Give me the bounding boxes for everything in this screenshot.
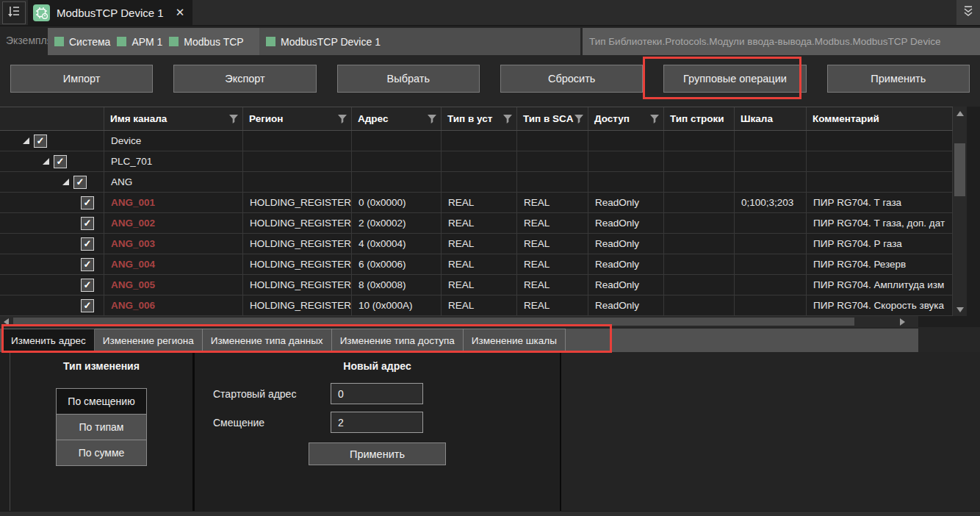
- app-window: ModbusTCP Device 1 ✕ Экземпляр Система А…: [0, 0, 980, 516]
- row-checkbox[interactable]: ✓: [54, 155, 67, 168]
- scroll-right-button[interactable]: [895, 316, 909, 327]
- tab-change-region[interactable]: Изменение региона: [95, 329, 203, 352]
- column-header-comment[interactable]: Комментарий: [807, 107, 953, 130]
- start-address-label: Стартовый адрес: [213, 388, 296, 400]
- row-checkbox[interactable]: ✓: [81, 258, 94, 271]
- node-square-icon: [54, 37, 64, 46]
- tab-list-button[interactable]: [956, 0, 980, 25]
- option-by-sum[interactable]: По сумме: [56, 440, 147, 466]
- apply-address-button[interactable]: Применить: [309, 442, 446, 465]
- horizontal-scroll-thumb[interactable]: [13, 318, 854, 326]
- chevron-double-down-icon: [962, 4, 974, 21]
- node-square-icon: [169, 37, 179, 46]
- breadcrumb-item-device[interactable]: ModbusTCP Device 1: [266, 36, 381, 48]
- column-header-address[interactable]: Адрес: [352, 107, 442, 130]
- arrow-left-icon: [4, 318, 9, 326]
- type-path-segment: Тип Библиотеки.Protocols.Модули ввода-вы…: [583, 28, 980, 55]
- filter-icon[interactable]: [428, 115, 436, 126]
- toolbar: Импорт Экспорт Выбрать Сбросить Групповы…: [0, 65, 980, 93]
- table-row[interactable]: ✓ ANG_002 HOLDING_REGISTERS 2 (0x0002) R…: [0, 213, 953, 234]
- panel-border: [10, 352, 10, 511]
- option-by-offset[interactable]: По смещению: [56, 388, 147, 415]
- expander-icon[interactable]: [43, 158, 49, 165]
- option-by-types[interactable]: По типам: [56, 414, 147, 440]
- table-row[interactable]: ✓ ANG_001 HOLDING_REGISTERS 0 (0x0000) R…: [0, 193, 953, 213]
- tree-row-ang[interactable]: ✓ ANG: [0, 172, 953, 193]
- filter-icon[interactable]: [503, 115, 512, 126]
- row-checkbox[interactable]: ✓: [73, 176, 87, 189]
- group-operations-panel: Тип изменения По смещению По типам По су…: [0, 352, 980, 511]
- row-checkbox[interactable]: ✓: [81, 196, 94, 209]
- column-header-access[interactable]: Доступ: [588, 107, 664, 130]
- row-checkbox[interactable]: ✓: [34, 135, 47, 148]
- tree-row-plc701[interactable]: ✓ PLC_701: [0, 151, 953, 172]
- panel-empty-area: [561, 352, 980, 511]
- expander-icon[interactable]: [62, 179, 69, 185]
- node-square-icon: [117, 37, 126, 46]
- filter-icon[interactable]: [338, 115, 347, 126]
- breadcrumb-item-system[interactable]: Система: [54, 36, 110, 48]
- vertical-scroll-thumb[interactable]: [954, 143, 965, 196]
- change-type-title: Тип изменения: [10, 360, 193, 372]
- column-header-region[interactable]: Регион: [243, 107, 352, 130]
- horizontal-scrollbar[interactable]: [0, 316, 918, 327]
- tree-row-device[interactable]: ✓ Device: [0, 131, 953, 151]
- row-checkbox[interactable]: ✓: [81, 237, 94, 251]
- table-header: Имя канала Регион Адрес Тип в уст Тип в …: [0, 107, 953, 131]
- column-header-tree[interactable]: [0, 107, 104, 130]
- document-tab[interactable]: ModbusTCP Device 1 ✕: [28, 0, 192, 25]
- tab-change-access-type[interactable]: Изменение типа доступа: [332, 329, 464, 352]
- dock-panel-button[interactable]: [2, 1, 26, 24]
- panel-divider: [560, 352, 561, 511]
- breadcrumb-item-modbustcp[interactable]: Modbus TCP: [169, 36, 243, 48]
- row-checkbox[interactable]: ✓: [81, 299, 94, 312]
- vertical-scrollbar[interactable]: [953, 107, 967, 316]
- arrow-right-icon: [900, 318, 905, 326]
- offset-input[interactable]: [331, 412, 423, 433]
- node-square-icon: [266, 37, 275, 46]
- channel-table: Имя канала Регион Адрес Тип в уст Тип в …: [0, 107, 980, 327]
- arrow-up-icon: [956, 111, 964, 116]
- offset-label: Смещение: [213, 417, 264, 429]
- column-header-type-device[interactable]: Тип в уст: [442, 107, 517, 130]
- dock-list-icon: [7, 4, 21, 22]
- start-address-input[interactable]: [331, 383, 423, 404]
- scroll-left-button[interactable]: [1, 316, 12, 327]
- scroll-down-button[interactable]: [953, 304, 967, 315]
- tab-change-data-type[interactable]: Изменение типа данных: [203, 329, 332, 352]
- change-type-options: По смещению По типам По сумме: [56, 389, 147, 466]
- row-checkbox[interactable]: ✓: [81, 279, 94, 292]
- status-bar: [0, 511, 980, 516]
- import-button[interactable]: Импорт: [10, 65, 153, 93]
- new-address-title: Новый адрес: [195, 360, 560, 372]
- modbus-device-icon: [33, 4, 50, 21]
- table-row[interactable]: ✓ ANG_003 HOLDING_REGISTERS 4 (0x0004) R…: [0, 234, 953, 254]
- filter-icon[interactable]: [574, 115, 583, 126]
- scroll-up-button[interactable]: [953, 108, 967, 118]
- column-header-type-scada[interactable]: Тип в SCA: [517, 107, 588, 130]
- row-checkbox[interactable]: ✓: [81, 217, 94, 230]
- table-row[interactable]: ✓ ANG_004 HOLDING_REGISTERS 6 (0x0006) R…: [0, 254, 953, 275]
- tab-title: ModbusTCP Device 1: [57, 7, 164, 19]
- column-header-name[interactable]: Имя канала: [104, 107, 243, 130]
- breadcrumb-segment-active: ModbusTCP Device 1: [259, 28, 580, 55]
- close-tab-icon[interactable]: ✕: [176, 6, 185, 19]
- tab-change-address[interactable]: Изменить адрес: [2, 329, 95, 352]
- breadcrumb-segment: Система АРМ 1 Modbus TCP: [48, 28, 259, 55]
- export-button[interactable]: Экспорт: [173, 65, 316, 93]
- filter-icon[interactable]: [229, 115, 238, 126]
- apply-button[interactable]: Применить: [827, 65, 970, 93]
- panel-divider: [192, 352, 195, 511]
- table-row[interactable]: ✓ ANG_005 HOLDING_REGISTERS 8 (0x0008) R…: [0, 275, 953, 295]
- reset-button[interactable]: Сбросить: [500, 65, 643, 93]
- table-row[interactable]: ✓ ANG_006 HOLDING_REGISTERS 10 (0x000A) …: [0, 295, 953, 316]
- column-header-scale[interactable]: Шкала: [735, 107, 807, 130]
- column-header-string-type[interactable]: Тип строки: [664, 107, 735, 130]
- breadcrumb-item-arm1[interactable]: АРМ 1: [117, 36, 162, 48]
- select-button[interactable]: Выбрать: [337, 65, 480, 93]
- filter-icon[interactable]: [650, 115, 659, 126]
- group-operations-button[interactable]: Групповые операции: [663, 65, 806, 93]
- type-path: Тип Библиотеки.Protocols.Модули ввода-вы…: [583, 36, 940, 47]
- expander-icon[interactable]: [23, 137, 29, 144]
- tab-change-scale[interactable]: Изменение шкалы: [464, 329, 566, 352]
